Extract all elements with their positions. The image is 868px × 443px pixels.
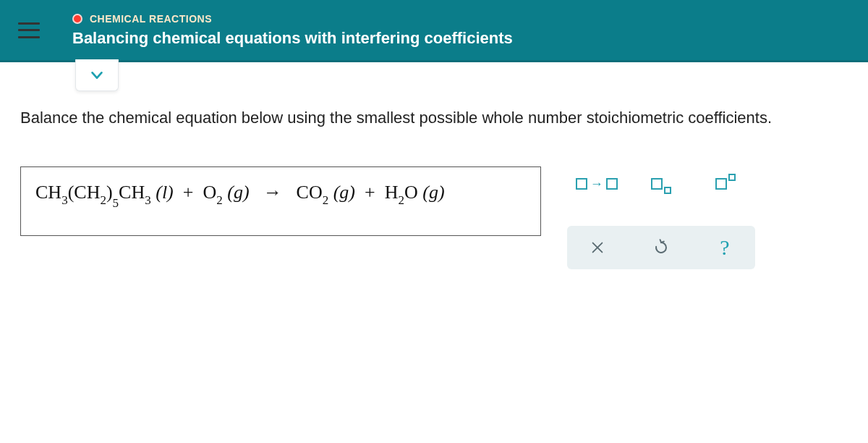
p1-co: CO: [297, 182, 323, 203]
hamburger-icon: [18, 22, 40, 38]
r2-o: O: [203, 182, 216, 203]
arrow: →: [263, 182, 282, 203]
sub-header-area: [0, 62, 868, 106]
app-header: CHEMICAL REACTIONS Balancing chemical eq…: [0, 0, 868, 62]
arrow-tool-icon: →: [576, 177, 618, 192]
r1-ch3a: CH: [35, 182, 61, 203]
r1-ch3a-sub: 3: [61, 193, 68, 207]
r1-ch2: CH: [74, 182, 100, 203]
r1-open: (: [68, 182, 75, 203]
subscript-tool-icon: [651, 178, 671, 190]
r1-close: ): [106, 182, 113, 203]
close-icon: [590, 240, 605, 256]
category-label: CHEMICAL REACTIONS: [90, 13, 212, 25]
equation-input[interactable]: CH3(CH2)5CH3 (l) + O2 (g) → CO2 (g) + H2…: [20, 166, 541, 236]
arrow-tool-button[interactable]: →: [579, 166, 614, 201]
help-icon: ?: [720, 235, 729, 260]
subscript-tool-button[interactable]: [644, 166, 678, 201]
help-button[interactable]: ?: [706, 232, 744, 263]
p1-co-sub: 2: [323, 193, 329, 207]
undo-icon: [652, 239, 670, 256]
category-dot-icon: [72, 14, 82, 24]
expand-button[interactable]: [75, 59, 119, 91]
header-text: CHEMICAL REACTIONS Balancing chemical eq…: [58, 13, 513, 48]
r1-outer-sub: 5: [113, 196, 119, 210]
instruction-text: Balance the chemical equation below usin…: [0, 109, 868, 127]
work-area: CH3(CH2)5CH3 (l) + O2 (g) → CO2 (g) + H2…: [0, 127, 868, 269]
menu-button[interactable]: [0, 0, 58, 62]
p2-o: O: [404, 182, 418, 203]
plus-2: +: [365, 182, 375, 203]
plus-1: +: [183, 182, 194, 203]
superscript-tool-button[interactable]: [708, 166, 743, 201]
p2-h-sub: 2: [398, 193, 404, 207]
keypad: →: [567, 162, 755, 269]
p1-state: (g): [333, 182, 355, 203]
r2-state: (g): [227, 182, 249, 203]
r1-state: (l): [156, 182, 174, 203]
keypad-row-tools: →: [567, 162, 755, 206]
clear-button[interactable]: [579, 232, 616, 263]
superscript-tool-icon: [715, 178, 736, 190]
p2-state: (g): [422, 182, 444, 203]
p2-h: H: [385, 182, 399, 203]
keypad-actions: ?: [567, 226, 755, 269]
r2-o-sub: 2: [216, 193, 223, 207]
chevron-down-icon: [89, 67, 105, 83]
r1-ch3b-sub: 3: [145, 193, 151, 207]
r1-ch3b: CH: [119, 182, 145, 203]
reset-button[interactable]: [642, 232, 680, 263]
page-title: Balancing chemical equations with interf…: [72, 29, 513, 48]
r1-ch2-sub: 2: [100, 193, 106, 207]
